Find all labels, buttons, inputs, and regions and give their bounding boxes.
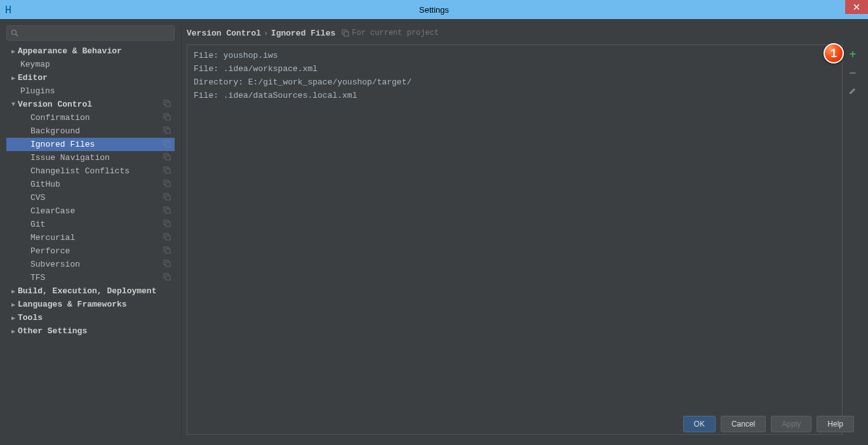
project-scope-icon	[163, 260, 171, 270]
sidebar-item-languages-frameworks[interactable]: ▶Languages & Frameworks	[6, 298, 175, 311]
sidebar-item-label: Background	[30, 126, 80, 136]
sidebar-item-version-control[interactable]: ▼Version Control	[6, 98, 175, 111]
sidebar-item-git[interactable]: Git	[6, 218, 175, 231]
breadcrumb-separator: ›	[264, 29, 269, 38]
sidebar-item-label: Build, Execution, Deployment	[18, 286, 156, 296]
annotation-callout: 1	[824, 43, 844, 63]
svg-rect-18	[166, 196, 170, 200]
project-scope-icon	[163, 100, 171, 110]
project-scope-icon	[163, 153, 171, 163]
sidebar-item-label: CVS	[30, 193, 45, 203]
list-item[interactable]: File: youshop.iws	[194, 49, 836, 62]
cancel-button[interactable]: Cancel	[721, 416, 766, 432]
titlebar: Settings	[0, 0, 868, 19]
svg-rect-8	[166, 129, 170, 133]
list-item[interactable]: File: .idea/dataSources.local.xml	[194, 89, 836, 102]
ignored-files-list[interactable]: File: youshop.iwsFile: .idea/workspace.x…	[187, 44, 843, 435]
dialog-footer: OK Cancel Apply Help	[683, 416, 854, 432]
project-scope-icon	[163, 113, 171, 123]
sidebar-item-label: Editor	[18, 73, 48, 83]
edit-button[interactable]	[848, 86, 857, 98]
close-icon	[853, 4, 860, 10]
svg-rect-14	[166, 169, 170, 173]
project-scope-icon	[163, 140, 171, 150]
sidebar-item-github[interactable]: GitHub	[6, 178, 175, 191]
sidebar-item-label: Tools	[18, 313, 43, 322]
svg-rect-12	[166, 156, 170, 160]
add-button[interactable]: +	[850, 48, 857, 61]
breadcrumb-leaf: Ignored Files	[271, 29, 335, 38]
search-input[interactable]	[21, 29, 170, 37]
help-button[interactable]: Help	[817, 416, 854, 432]
svg-point-1	[12, 30, 17, 35]
sidebar-item-confirmation[interactable]: Confirmation	[6, 111, 175, 124]
sidebar-item-build-execution-deployment[interactable]: ▶Build, Execution, Deployment	[6, 284, 175, 298]
edit-icon	[848, 86, 857, 95]
sidebar-item-changelist-conflicts[interactable]: Changelist Conflicts	[6, 164, 175, 178]
list-toolbar: + −	[844, 44, 862, 98]
sidebar-item-label: Other Settings	[18, 326, 87, 336]
svg-rect-28	[166, 262, 170, 267]
tree-arrow-icon: ▶	[9, 314, 18, 322]
sidebar-item-label: ClearCase	[30, 206, 75, 216]
sidebar-item-label: Subversion	[30, 260, 80, 269]
sidebar-item-label: TFS	[30, 273, 45, 282]
sidebar-item-ignored-files[interactable]: Ignored Files	[6, 138, 175, 151]
sidebar-item-appearance-behavior[interactable]: ▶Appearance & Behavior	[6, 44, 175, 58]
project-scope-icon	[163, 193, 171, 203]
sidebar-item-label: Keymap	[20, 60, 50, 69]
project-scope-icon	[163, 220, 171, 230]
project-scope-icon	[163, 233, 171, 243]
sidebar-item-keymap[interactable]: Keymap	[6, 58, 175, 71]
list-item[interactable]: File: .idea/workspace.xml	[194, 62, 836, 76]
sidebar-item-label: Mercurial	[30, 233, 75, 242]
sidebar-item-label: Confirmation	[30, 113, 90, 123]
search-box[interactable]	[6, 25, 175, 41]
tree-arrow-icon: ▶	[9, 288, 18, 295]
svg-rect-24	[166, 236, 170, 240]
window-title: Settings	[419, 5, 449, 15]
project-scope-icon	[342, 29, 349, 37]
svg-rect-20	[166, 209, 170, 213]
tree-arrow-icon: ▶	[9, 328, 18, 335]
sidebar-item-plugins[interactable]: Plugins	[6, 84, 175, 98]
sidebar-item-label: Languages & Frameworks	[18, 300, 127, 309]
tree-arrow-icon: ▶	[9, 74, 18, 82]
breadcrumb: Version Control › Ignored Files For curr…	[182, 25, 862, 41]
svg-rect-10	[166, 142, 170, 147]
content: ▶Appearance & BehaviorKeymap▶EditorPlugi…	[0, 19, 868, 445]
sidebar-item-subversion[interactable]: Subversion	[6, 258, 175, 271]
sidebar-item-clearcase[interactable]: ClearCase	[6, 204, 175, 218]
remove-button[interactable]: −	[850, 67, 857, 80]
sidebar-item-label: Perforce	[30, 246, 70, 256]
project-scope-icon	[163, 206, 171, 216]
apply-button[interactable]: Apply	[771, 416, 811, 432]
sidebar-item-editor[interactable]: ▶Editor	[6, 71, 175, 84]
sidebar-item-cvs[interactable]: CVS	[6, 191, 175, 204]
search-icon	[11, 29, 18, 37]
svg-rect-32	[344, 32, 349, 36]
svg-rect-26	[166, 249, 170, 253]
sidebar-item-background[interactable]: Background	[6, 124, 175, 138]
project-scope-icon	[163, 246, 171, 256]
svg-line-2	[16, 34, 18, 36]
sidebar-item-other-settings[interactable]: ▶Other Settings	[6, 324, 175, 338]
sidebar-item-label: Version Control	[18, 100, 92, 109]
sidebar-item-tfs[interactable]: TFS	[6, 271, 175, 284]
settings-tree: ▶Appearance & BehaviorKeymap▶EditorPlugi…	[6, 44, 175, 439]
list-item[interactable]: Directory: E:/git_work_space/youshop/tar…	[194, 76, 836, 89]
close-button[interactable]	[845, 0, 868, 14]
breadcrumb-root[interactable]: Version Control	[187, 29, 261, 38]
sidebar-item-issue-navigation[interactable]: Issue Navigation	[6, 151, 175, 164]
sidebar-item-mercurial[interactable]: Mercurial	[6, 231, 175, 244]
breadcrumb-hint: For current project	[342, 29, 439, 37]
main-panel: Version Control › Ignored Files For curr…	[181, 25, 862, 439]
tree-arrow-icon: ▼	[9, 101, 18, 108]
ok-button[interactable]: OK	[683, 416, 716, 432]
sidebar-item-perforce[interactable]: Perforce	[6, 244, 175, 258]
sidebar-item-tools[interactable]: ▶Tools	[6, 311, 175, 324]
sidebar-item-label: Issue Navigation	[30, 153, 110, 163]
project-scope-icon	[163, 180, 171, 190]
sidebar-item-label: Appearance & Behavior	[18, 46, 122, 56]
project-scope-icon	[163, 126, 171, 136]
